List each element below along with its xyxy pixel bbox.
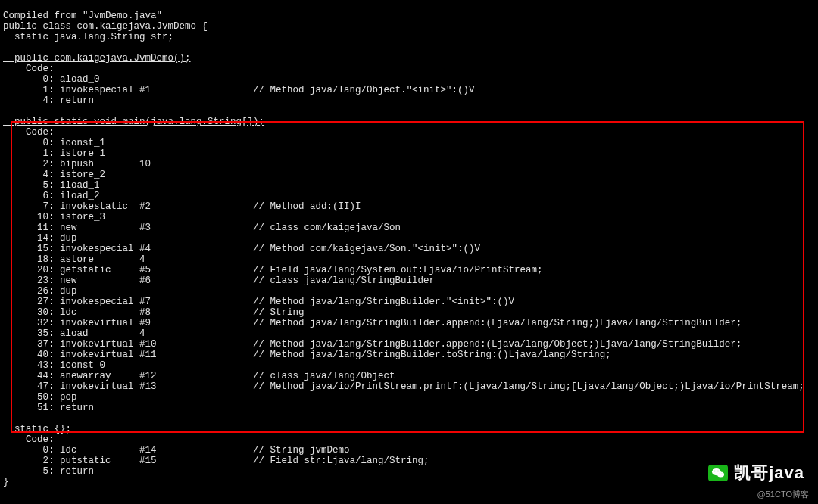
svg-point-4 [720,474,720,474]
main-line: 35: aload 4 [3,328,145,339]
main-line: 0: iconst_1 [3,138,105,148]
attribution-text: @51CTO博客 [757,489,809,499]
closing-brace: } [3,477,9,487]
static-init-code-label: Code: [3,434,55,445]
main-line: 6: iload_2 [3,191,100,201]
svg-point-3 [717,471,719,472]
ctor-line: 4: return [3,95,94,106]
static-init-line: 5: return [3,466,94,477]
watermark-text: 凯哥java [734,468,804,478]
compiled-from: Compiled from "JvmDemo.java" [3,11,162,21]
main-line: 40: invokevirtual #11 // Method java/lan… [3,350,611,360]
static-init-line: 0: ldc #14 // String jvmDemo [3,445,350,456]
svg-point-1 [717,472,724,478]
main-line: 1: istore_1 [3,148,105,159]
main-line: 26: dup [3,286,77,297]
svg-point-2 [714,471,716,472]
ctor-line: 1: invokespecial #1 // Method java/lang/… [3,85,475,95]
main-line: 37: invokevirtual #10 // Method java/lan… [3,339,742,350]
main-line: 23: new #6 // class java/lang/StringBuil… [3,275,435,286]
svg-point-5 [721,474,722,474]
main-line: 10: istore_3 [3,212,105,222]
main-line: 15: invokespecial #4 // Method com/kaige… [3,244,480,254]
main-line: 4: istore_2 [3,170,105,180]
class-declaration: public class com.kaigejava.JvmDemo { [3,21,208,32]
main-line: 14: dup [3,233,77,244]
static-field-decl: static java.lang.String str; [3,32,173,42]
main-line: 32: invokevirtual #9 // Method java/lang… [3,318,742,328]
wechat-icon [708,465,728,481]
main-code-label: Code: [3,127,55,138]
main-line: 43: iconst_0 [3,360,105,371]
main-line: 7: invokestatic #2 // Method add:(II)I [3,201,361,212]
ctor-line: 0: aload_0 [3,74,100,85]
main-line: 44: anewarray #12 // class java/lang/Obj… [3,371,395,381]
watermark: 凯哥java [708,465,804,481]
main-line: 5: iload_1 [3,180,100,191]
main-line: 27: invokespecial #7 // Method java/lang… [3,297,514,307]
constructor-signature: public com.kaigejava.JvmDemo(); [3,53,191,64]
bytecode-dump: Compiled from "JvmDemo.java" public clas… [0,0,818,487]
main-line: 50: pop [3,392,77,403]
main-line: 11: new #3 // class com/kaigejava/Son [3,222,401,233]
main-line: 30: ldc #8 // String [3,307,304,318]
static-init-line: 2: putstatic #15 // Field str:Ljava/lang… [3,456,429,466]
main-line: 2: bipush 10 [3,159,151,170]
static-init-signature: static {}; [3,424,71,434]
main-line: 51: return [3,403,94,413]
ctor-code-label: Code: [3,64,55,74]
main-line: 18: astore 4 [3,254,145,265]
main-line: 47: invokevirtual #13 // Method java/io/… [3,381,804,392]
main-signature: public static void main(java.lang.String… [3,117,264,127]
main-line: 20: getstatic #5 // Field java/lang/Syst… [3,265,543,275]
